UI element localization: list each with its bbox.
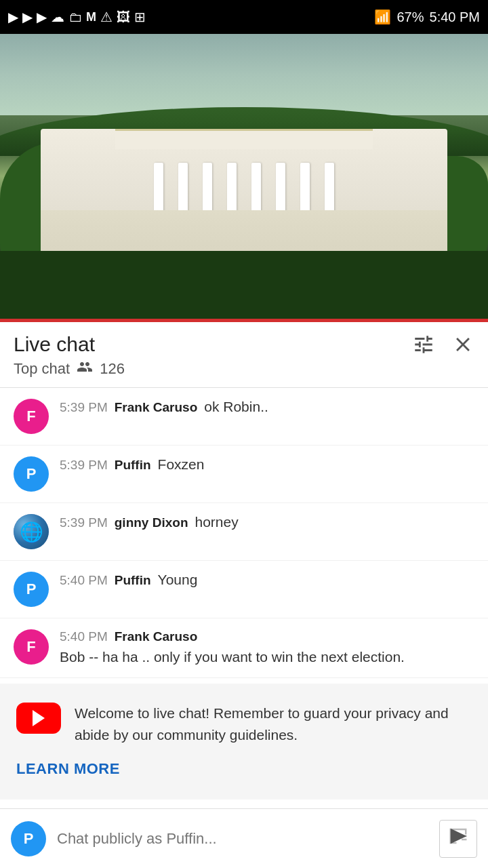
folder-icon: 🗀 [68,9,82,25]
m-icon: M [86,10,96,24]
video-sky [0,34,488,115]
filter-icon[interactable] [412,333,435,359]
status-bar: ▶ ▶ ▶ ☁ 🗀 M ⚠ 🖼 ⊞ 📶 67% 5:40 PM [0,0,488,34]
message-text: Bob -- ha ha .. only if you want to win … [60,647,474,667]
message-meta: 5:40 PM Frank Caruso [60,629,474,644]
message-author: Puffin [115,573,151,588]
chat-header-left: Live chat Top chat 126 [14,333,125,379]
grid-icon: ⊞ [134,9,146,25]
chat-header-right [412,333,474,359]
video-trees-bottom [0,251,488,319]
send-button[interactable] [439,820,477,858]
youtube-icon [16,703,61,734]
message-content: 5:39 PM Frank Caruso ok Robin.. [60,399,474,418]
avatar: F [14,629,49,665]
chat-input-bar: P [0,808,488,868]
message-meta: 5:39 PM Frank Caruso ok Robin.. [60,399,474,415]
avatar: 🌐 [14,514,49,549]
welcome-text: Welcome to live chat! Remember to guard … [75,703,472,745]
message-time: 5:39 PM [60,515,108,530]
message-author: Puffin [115,458,151,473]
message-content: 5:39 PM ginny Dixon horney [60,514,474,533]
white-house-building [41,129,447,264]
status-bar-info: 📶 67% 5:40 PM [374,9,480,25]
play-triangle [33,710,45,726]
message-text-inline: horney [195,514,239,530]
avatar: P [14,456,49,492]
message-author: ginny Dixon [115,515,188,530]
message-text-inline: Young [158,572,198,588]
play-icon-3: ▶ [37,9,47,25]
message-meta: 5:39 PM ginny Dixon horney [60,514,474,530]
chat-message: 🌐 5:39 PM ginny Dixon horney [0,503,488,561]
viewer-count: 126 [100,360,125,378]
message-meta: 5:40 PM Puffin Young [60,572,474,588]
message-time: 5:39 PM [60,400,108,415]
time-display: 5:40 PM [430,9,480,25]
chat-message: F 5:39 PM Frank Caruso ok Robin.. [0,388,488,446]
message-content: 5:40 PM Frank Caruso Bob -- ha ha .. onl… [60,629,474,667]
globe-avatar-inner: 🌐 [14,514,49,549]
chat-input[interactable] [57,820,428,858]
message-time: 5:39 PM [60,458,108,473]
message-author: Frank Caruso [115,400,197,415]
message-meta: 5:39 PM Puffin Foxzen [60,456,474,473]
video-player[interactable] [0,34,488,319]
message-text-inline: ok Robin.. [204,399,268,415]
avatar: F [14,399,49,434]
avatar: P [14,572,49,607]
welcome-banner-top: Welcome to live chat! Remember to guard … [16,703,472,745]
chat-message: F 5:40 PM Frank Caruso Bob -- ha ha .. o… [0,618,488,678]
cloud-icon: ☁ [51,9,64,25]
image-icon: 🖼 [117,9,130,25]
top-chat-label[interactable]: Top chat [14,360,70,378]
send-icon [448,826,468,851]
input-user-avatar: P [11,821,46,856]
message-content: 5:40 PM Puffin Young [60,572,474,591]
message-content: 5:39 PM Puffin Foxzen [60,456,474,475]
play-icon: ▶ [8,9,18,25]
learn-more-button[interactable]: LEARN MORE [16,757,472,781]
status-bar-icons: ▶ ▶ ▶ ☁ 🗀 M ⚠ 🖼 ⊞ [8,9,146,25]
play-icon-2: ▶ [22,9,33,25]
chat-message: P 5:39 PM Puffin Foxzen [0,446,488,503]
chat-subtitle: Top chat 126 [14,359,125,379]
chat-message: P 5:40 PM Puffin Young [0,561,488,618]
message-time: 5:40 PM [60,629,108,644]
close-icon[interactable] [451,333,474,359]
people-icon [77,359,93,379]
welcome-banner: Welcome to live chat! Remember to guard … [0,684,488,800]
message-author: Frank Caruso [115,629,197,644]
chat-header: Live chat Top chat 126 [0,322,488,388]
wifi-icon: 📶 [374,9,391,25]
warning-icon: ⚠ [100,9,113,25]
message-time: 5:40 PM [60,573,108,588]
chat-messages-list: F 5:39 PM Frank Caruso ok Robin.. P 5:39… [0,388,488,800]
message-text-inline: Foxzen [158,456,205,473]
chat-title: Live chat [14,333,125,356]
battery-text: 67% [396,9,424,25]
